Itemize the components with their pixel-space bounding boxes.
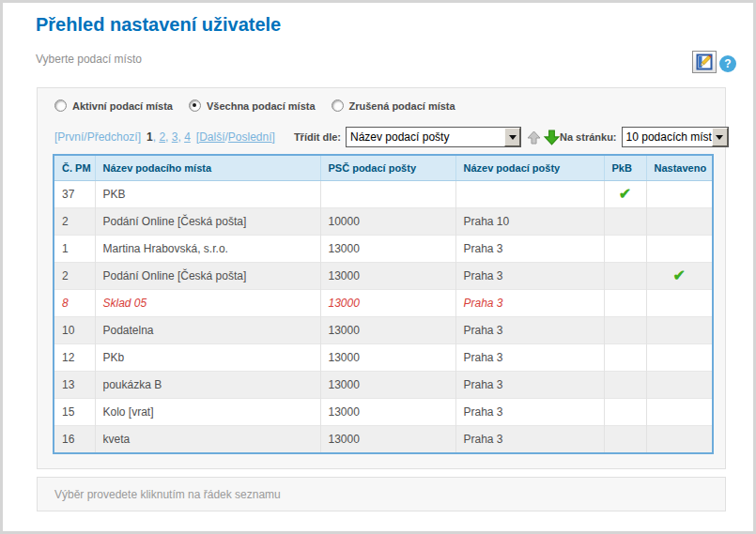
pagination: [První/Předchozí] 1, 2, 3, 4 [ Další / P… (54, 130, 275, 144)
save-edit-button[interactable] (692, 51, 717, 73)
footer-note-box: Výběr provedete kliknutím na řádek sezna… (37, 477, 726, 511)
footer-note: Výběr provedete kliknutím na řádek sezna… (54, 488, 281, 501)
page-number-current: 1 (147, 130, 153, 144)
cell-nastaveno (646, 181, 713, 208)
table-row[interactable]: 1Martina Hrabovská, s.r.o.13000Praha 3 (54, 236, 713, 263)
page-first-previous-link[interactable]: [První/Předchozí] (54, 130, 141, 144)
cell-nastaveno: ✔ (646, 263, 713, 290)
help-button[interactable]: ? (719, 55, 736, 72)
column-header-cislo-pm: Č. PM (54, 155, 95, 181)
cell-psc-podaci-posty: 13000 (320, 372, 455, 399)
cell-psc-podaci-posty: 10000 (320, 208, 455, 236)
table-row[interactable]: 37PKB✔ (54, 181, 713, 208)
radio-label: Všechna podací místa (207, 100, 316, 112)
cell-nazev-podaciho-mista: PKB (95, 181, 320, 208)
radio-vsechna-podaci-mista[interactable]: Všechna podací místa (189, 99, 316, 112)
bracket: ] (272, 130, 275, 144)
radio-zrusena-podaci-mista[interactable]: Zrušená podací místa (332, 99, 455, 112)
cell-nazev-podaciho-mista: Podatelna (95, 317, 320, 344)
cell-cislo-pm: 2 (54, 208, 95, 236)
sort-select-value: Název podací pošty (347, 128, 504, 146)
cell-cislo-pm: 8 (54, 290, 95, 317)
dropdown-arrow-icon (504, 128, 520, 146)
cell-psc-podaci-posty: 13000 (320, 290, 455, 317)
cell-psc-podaci-posty (320, 181, 455, 208)
page-separator: , (165, 130, 172, 144)
cell-nazev-podaci-posty: Praha 3 (455, 290, 604, 317)
cell-psc-podaci-posty: 13000 (320, 236, 455, 263)
table-row[interactable]: 2Podání Online [Česká pošta]13000Praha 3… (54, 263, 713, 290)
page-number-link[interactable]: 4 (184, 130, 191, 144)
page-size-select[interactable]: 10 podacích míst (622, 127, 729, 147)
page-size-label: Na stránku: (560, 131, 617, 143)
table-row[interactable]: 2Podání Online [Česká pošta]10000Praha 1… (54, 208, 713, 236)
sort-descending-button[interactable] (544, 130, 560, 145)
cell-pkb (604, 236, 646, 263)
settings-panel: Aktivní podací místa Všechna podací míst… (37, 87, 726, 469)
sort-ascending-button[interactable] (527, 130, 541, 145)
column-header-nazev-podaciho-mista: Název podacího místa (95, 155, 320, 181)
table-row[interactable]: 10Podatelna13000Praha 3 (54, 317, 713, 344)
page-next-link[interactable]: Další (199, 130, 224, 144)
cell-psc-podaci-posty: 13000 (320, 344, 455, 372)
table-row[interactable]: 13poukázka B13000Praha 3 (54, 372, 713, 399)
cell-nazev-podaciho-mista: kveta (95, 426, 320, 454)
cell-nazev-podaci-posty: Praha 3 (455, 317, 604, 344)
cell-cislo-pm: 37 (54, 181, 95, 208)
cell-cislo-pm: 13 (54, 372, 95, 399)
cell-pkb: ✔ (604, 181, 646, 208)
cell-nastaveno (646, 426, 713, 454)
page-title: Přehled nastavení uživatele (36, 14, 281, 36)
radio-icon (189, 99, 201, 112)
cell-nazev-podaciho-mista: Podání Online [Česká pošta] (95, 263, 320, 290)
cell-psc-podaci-posty: 13000 (320, 317, 455, 344)
column-header-nazev-podaci-posty: Název podací pošty (455, 155, 604, 181)
table-body: 37PKB✔2Podání Online [Česká pošta]10000P… (54, 181, 713, 454)
radio-icon (54, 99, 67, 112)
check-icon: ✔ (619, 186, 631, 202)
sort-select[interactable]: Název podací pošty (346, 127, 521, 147)
cell-nastaveno (646, 236, 713, 263)
cell-cislo-pm: 10 (54, 317, 95, 344)
cell-cislo-pm: 1 (54, 236, 95, 263)
cell-cislo-pm: 16 (54, 426, 95, 454)
toolbar-icons: ? (692, 51, 736, 73)
cell-nastaveno (646, 344, 713, 372)
page-size-group: Na stránku: 10 podacích míst (560, 127, 729, 147)
cell-nazev-podaci-posty: Praha 10 (455, 208, 604, 236)
cell-cislo-pm: 12 (54, 344, 95, 372)
column-header-pkb: PkB (604, 155, 646, 181)
cell-nastaveno (646, 290, 713, 317)
filter-radio-group: Aktivní podací místa Všechna podací míst… (54, 99, 455, 112)
window-frame: Přehled nastavení uživatele Vyberte poda… (0, 0, 756, 534)
cell-pkb (604, 290, 646, 317)
cell-pkb (604, 399, 646, 426)
save-edit-icon (696, 53, 713, 70)
cell-psc-podaci-posty: 13000 (320, 426, 455, 454)
column-header-nastaveno: Nastaveno (646, 155, 713, 181)
cell-pkb (604, 208, 646, 236)
table-row[interactable]: 12PKb13000Praha 3 (54, 344, 713, 372)
help-icon: ? (724, 57, 731, 70)
cell-nazev-podaci-posty: Praha 3 (455, 426, 604, 454)
cell-cislo-pm: 15 (54, 399, 95, 426)
page-subtitle: Vyberte podací místo (36, 53, 142, 66)
dropdown-arrow-icon (712, 128, 728, 146)
cell-pkb (604, 426, 646, 454)
table-row[interactable]: 8Sklad 0513000Praha 3 (54, 290, 713, 317)
check-icon: ✔ (673, 267, 686, 283)
table-row[interactable]: 15Kolo [vrat]13000Praha 3 (54, 399, 713, 426)
cell-psc-podaci-posty: 13000 (320, 399, 455, 426)
page-last-link[interactable]: Poslední (228, 130, 272, 144)
table-header: Č. PM Název podacího místa PSČ podací po… (54, 155, 713, 181)
radio-icon (332, 99, 344, 112)
cell-nazev-podaciho-mista: Podání Online [Česká pošta] (95, 208, 320, 236)
table-row[interactable]: 16kveta13000Praha 3 (54, 426, 713, 454)
cell-nazev-podaciho-mista: PKb (95, 344, 320, 372)
cell-cislo-pm: 2 (54, 263, 95, 290)
cell-psc-podaci-posty: 13000 (320, 263, 455, 290)
podaci-mista-table: Č. PM Název podacího místa PSČ podací po… (53, 154, 714, 454)
radio-aktivni-podaci-mista[interactable]: Aktivní podací místa (54, 99, 173, 112)
cell-nastaveno (646, 399, 713, 426)
column-header-psc-podaci-posty: PSČ podací pošty (320, 155, 455, 181)
